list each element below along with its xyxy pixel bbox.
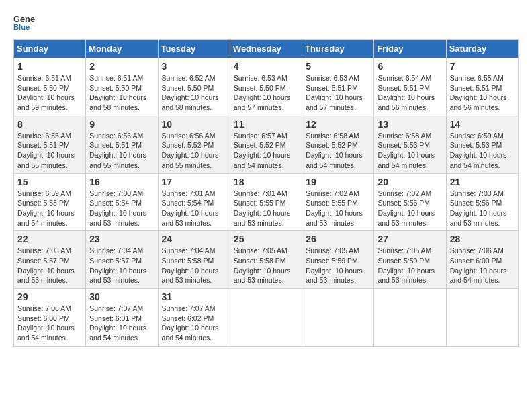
calendar-body: 1 Sunrise: 6:51 AM Sunset: 5:50 PM Dayli… (14, 58, 519, 347)
day-number: 16 (89, 177, 154, 187)
calendar-cell (446, 289, 518, 347)
calendar-cell: 2 Sunrise: 6:51 AM Sunset: 5:50 PM Dayli… (86, 58, 158, 116)
weekday-header-friday: Friday (374, 40, 446, 58)
day-number: 24 (162, 234, 227, 244)
logo: General Blue (13, 13, 35, 32)
calendar-cell: 17 Sunrise: 7:01 AM Sunset: 5:54 PM Dayl… (158, 173, 230, 231)
day-info: Sunrise: 7:04 AM Sunset: 5:57 PM Dayligh… (89, 246, 154, 285)
calendar-cell: 14 Sunrise: 6:59 AM Sunset: 5:53 PM Dayl… (446, 116, 518, 173)
calendar-cell: 12 Sunrise: 6:58 AM Sunset: 5:52 PM Dayl… (302, 116, 374, 173)
weekday-header-thursday: Thursday (302, 40, 374, 58)
calendar-cell (374, 289, 446, 347)
day-number: 13 (378, 119, 443, 130)
calendar-cell: 18 Sunrise: 7:01 AM Sunset: 5:55 PM Dayl… (230, 173, 302, 231)
day-info: Sunrise: 6:59 AM Sunset: 5:53 PM Dayligh… (450, 131, 515, 171)
calendar-cell (302, 289, 374, 347)
day-number: 1 (17, 61, 83, 72)
day-number: 11 (234, 119, 299, 130)
day-info: Sunrise: 7:03 AM Sunset: 5:56 PM Dayligh… (450, 189, 515, 228)
day-number: 9 (89, 119, 154, 130)
day-info: Sunrise: 6:52 AM Sunset: 5:50 PM Dayligh… (162, 73, 227, 113)
calendar-cell: 21 Sunrise: 7:03 AM Sunset: 5:56 PM Dayl… (446, 173, 518, 231)
day-info: Sunrise: 6:55 AM Sunset: 5:51 PM Dayligh… (450, 73, 515, 113)
day-info: Sunrise: 6:56 AM Sunset: 5:52 PM Dayligh… (162, 131, 227, 171)
day-number: 7 (450, 61, 515, 72)
calendar-cell: 26 Sunrise: 7:05 AM Sunset: 5:59 PM Dayl… (302, 231, 374, 289)
day-info: Sunrise: 7:00 AM Sunset: 5:54 PM Dayligh… (89, 189, 154, 228)
calendar-cell: 30 Sunrise: 7:07 AM Sunset: 6:01 PM Dayl… (86, 289, 158, 347)
calendar-cell: 10 Sunrise: 6:56 AM Sunset: 5:52 PM Dayl… (158, 116, 230, 173)
calendar-cell: 3 Sunrise: 6:52 AM Sunset: 5:50 PM Dayli… (158, 58, 230, 116)
day-number: 15 (17, 177, 83, 187)
day-number: 3 (162, 61, 227, 72)
day-number: 26 (306, 234, 371, 244)
calendar-cell: 15 Sunrise: 6:59 AM Sunset: 5:53 PM Dayl… (14, 173, 86, 231)
day-info: Sunrise: 7:05 AM Sunset: 5:59 PM Dayligh… (306, 246, 371, 285)
weekday-header-monday: Monday (86, 40, 158, 58)
day-info: Sunrise: 7:06 AM Sunset: 6:00 PM Dayligh… (17, 304, 83, 343)
day-info: Sunrise: 7:05 AM Sunset: 5:59 PM Dayligh… (378, 246, 443, 285)
weekday-header-sunday: Sunday (14, 40, 86, 58)
calendar-cell: 28 Sunrise: 7:06 AM Sunset: 6:00 PM Dayl… (446, 231, 518, 289)
day-number: 18 (234, 177, 299, 187)
day-number: 8 (17, 119, 83, 130)
day-number: 14 (450, 119, 515, 130)
calendar-week-row: 22 Sunrise: 7:03 AM Sunset: 5:57 PM Dayl… (14, 231, 519, 289)
calendar-cell: 13 Sunrise: 6:58 AM Sunset: 5:53 PM Dayl… (374, 116, 446, 173)
day-info: Sunrise: 6:53 AM Sunset: 5:50 PM Dayligh… (234, 73, 299, 113)
calendar-cell: 23 Sunrise: 7:04 AM Sunset: 5:57 PM Dayl… (86, 231, 158, 289)
page-header: General Blue (13, 13, 519, 32)
calendar-cell: 6 Sunrise: 6:54 AM Sunset: 5:51 PM Dayli… (374, 58, 446, 116)
calendar-header-row: SundayMondayTuesdayWednesdayThursdayFrid… (14, 40, 519, 58)
day-number: 20 (378, 177, 443, 187)
day-number: 31 (162, 291, 227, 302)
day-info: Sunrise: 7:02 AM Sunset: 5:55 PM Dayligh… (306, 189, 371, 228)
calendar-cell: 7 Sunrise: 6:55 AM Sunset: 5:51 PM Dayli… (446, 58, 518, 116)
svg-text:Blue: Blue (13, 23, 30, 31)
calendar-cell: 16 Sunrise: 7:00 AM Sunset: 5:54 PM Dayl… (86, 173, 158, 231)
calendar-cell: 29 Sunrise: 7:06 AM Sunset: 6:00 PM Dayl… (14, 289, 86, 347)
day-info: Sunrise: 6:51 AM Sunset: 5:50 PM Dayligh… (89, 73, 154, 113)
calendar-cell: 22 Sunrise: 7:03 AM Sunset: 5:57 PM Dayl… (14, 231, 86, 289)
day-info: Sunrise: 6:59 AM Sunset: 5:53 PM Dayligh… (17, 189, 83, 228)
day-info: Sunrise: 6:58 AM Sunset: 5:53 PM Dayligh… (378, 131, 443, 171)
day-info: Sunrise: 6:51 AM Sunset: 5:50 PM Dayligh… (17, 73, 83, 113)
calendar-cell: 8 Sunrise: 6:55 AM Sunset: 5:51 PM Dayli… (14, 116, 86, 173)
day-number: 5 (306, 61, 371, 72)
calendar-cell (230, 289, 302, 347)
weekday-header-tuesday: Tuesday (158, 40, 230, 58)
calendar-cell: 19 Sunrise: 7:02 AM Sunset: 5:55 PM Dayl… (302, 173, 374, 231)
calendar-cell: 9 Sunrise: 6:56 AM Sunset: 5:51 PM Dayli… (86, 116, 158, 173)
day-number: 4 (234, 61, 299, 72)
day-number: 30 (89, 291, 154, 302)
weekday-header-wednesday: Wednesday (230, 40, 302, 58)
day-number: 12 (306, 119, 371, 130)
day-info: Sunrise: 7:03 AM Sunset: 5:57 PM Dayligh… (17, 246, 83, 285)
calendar-cell: 31 Sunrise: 7:07 AM Sunset: 6:02 PM Dayl… (158, 289, 230, 347)
calendar-cell: 1 Sunrise: 6:51 AM Sunset: 5:50 PM Dayli… (14, 58, 86, 116)
day-number: 29 (17, 291, 83, 302)
day-info: Sunrise: 6:56 AM Sunset: 5:51 PM Dayligh… (89, 131, 154, 171)
calendar-week-row: 29 Sunrise: 7:06 AM Sunset: 6:00 PM Dayl… (14, 289, 519, 347)
day-number: 27 (378, 234, 443, 244)
calendar-cell: 27 Sunrise: 7:05 AM Sunset: 5:59 PM Dayl… (374, 231, 446, 289)
calendar-cell: 4 Sunrise: 6:53 AM Sunset: 5:50 PM Dayli… (230, 58, 302, 116)
calendar-week-row: 15 Sunrise: 6:59 AM Sunset: 5:53 PM Dayl… (14, 173, 519, 231)
calendar-week-row: 8 Sunrise: 6:55 AM Sunset: 5:51 PM Dayli… (14, 116, 519, 173)
calendar-cell: 25 Sunrise: 7:05 AM Sunset: 5:58 PM Dayl… (230, 231, 302, 289)
day-number: 19 (306, 177, 371, 187)
day-info: Sunrise: 7:02 AM Sunset: 5:56 PM Dayligh… (378, 189, 443, 228)
calendar-cell: 20 Sunrise: 7:02 AM Sunset: 5:56 PM Dayl… (374, 173, 446, 231)
day-number: 17 (162, 177, 227, 187)
day-number: 6 (378, 61, 443, 72)
day-number: 28 (450, 234, 515, 244)
day-info: Sunrise: 6:55 AM Sunset: 5:51 PM Dayligh… (17, 131, 83, 171)
day-info: Sunrise: 6:57 AM Sunset: 5:52 PM Dayligh… (234, 131, 299, 171)
day-info: Sunrise: 7:04 AM Sunset: 5:58 PM Dayligh… (162, 246, 227, 285)
calendar-cell: 11 Sunrise: 6:57 AM Sunset: 5:52 PM Dayl… (230, 116, 302, 173)
day-info: Sunrise: 6:58 AM Sunset: 5:52 PM Dayligh… (306, 131, 371, 171)
calendar-table: SundayMondayTuesdayWednesdayThursdayFrid… (13, 39, 519, 347)
day-number: 21 (450, 177, 515, 187)
day-info: Sunrise: 7:06 AM Sunset: 6:00 PM Dayligh… (450, 246, 515, 285)
calendar-cell: 5 Sunrise: 6:53 AM Sunset: 5:51 PM Dayli… (302, 58, 374, 116)
